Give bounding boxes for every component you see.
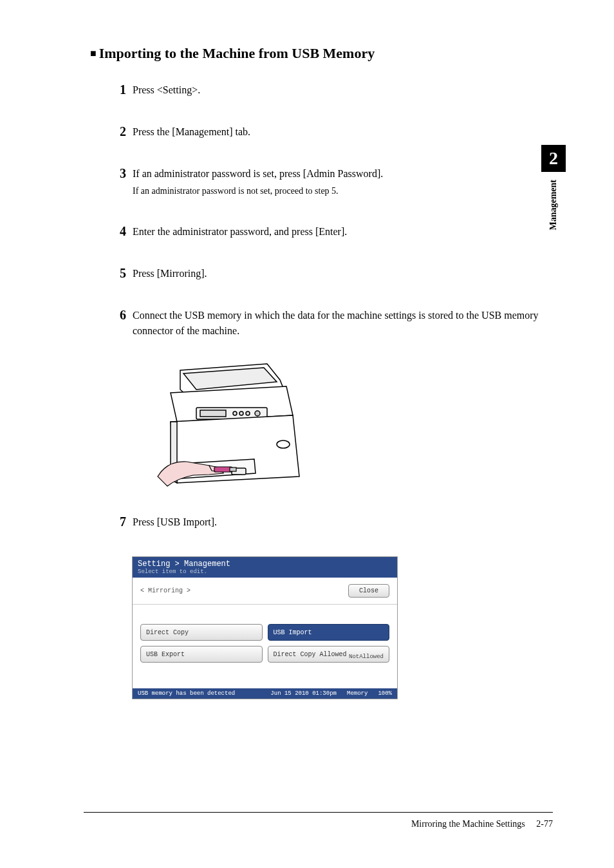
device-screen-mirroring: Setting > Management Select item to edit… <box>132 556 398 699</box>
step-number: 6 <box>108 308 126 340</box>
panel-body: Direct Copy USB Import USB Export Direct… <box>133 605 397 688</box>
step-text: Press [Mirroring]. <box>133 266 553 282</box>
panel-header: Setting > Management Select item to edit… <box>133 557 397 578</box>
svg-point-3 <box>239 411 243 415</box>
step-number: 4 <box>108 224 126 240</box>
section-label: < Mirroring > <box>140 587 191 594</box>
svg-point-2 <box>233 411 237 415</box>
direct-copy-allowed-label: Direct Copy Allowed <box>274 651 347 658</box>
step-5: 5 Press [Mirroring]. <box>108 266 553 282</box>
footer-title: Mirroring the Machine Settings <box>411 819 525 829</box>
direct-copy-button[interactable]: Direct Copy <box>140 624 263 641</box>
step-number: 5 <box>108 266 126 282</box>
svg-point-7 <box>277 440 290 448</box>
svg-point-4 <box>246 411 250 415</box>
step-main-text: If an administrator password is set, pre… <box>133 168 383 179</box>
step-7: 7 Press [USB Import]. <box>108 514 553 531</box>
step-text: If an administrator password is set, pre… <box>133 166 553 198</box>
step-text: Press [USB Import]. <box>133 514 553 531</box>
panel-top-bar: < Mirroring > Close <box>133 578 397 605</box>
status-memory-label: Memory <box>347 690 367 697</box>
footer-rule <box>84 812 553 813</box>
svg-rect-1 <box>200 410 226 417</box>
status-datetime: Jun 15 2010 01:30pm <box>270 690 337 697</box>
svg-point-5 <box>255 411 260 416</box>
footer-page-number: 2-77 <box>536 819 553 829</box>
usb-import-button[interactable]: USB Import <box>268 624 390 641</box>
status-message: USB memory has been detected <box>138 690 235 697</box>
step-3: 3 If an administrator password is set, p… <box>108 166 553 198</box>
step-text: Press the [Management] tab. <box>133 124 553 140</box>
step-4: 4 Enter the administrator password, and … <box>108 224 553 240</box>
printer-usb-illustration <box>132 357 553 495</box>
manual-page: 2 Management Importing to the Machine fr… <box>0 0 614 868</box>
chapter-side-tab: 2 Management <box>541 145 566 231</box>
page-footer: Mirroring the Machine Settings 2-77 <box>84 812 553 829</box>
step-text: Press <Setting>. <box>133 82 553 99</box>
chapter-number-badge: 2 <box>541 145 566 172</box>
step-sub-text: If an administrator password is not set,… <box>133 184 553 198</box>
breadcrumb: Setting > Management <box>138 560 392 569</box>
usb-export-button[interactable]: USB Export <box>140 646 263 663</box>
direct-copy-allowed-value: NotAllowed <box>349 654 384 660</box>
close-button[interactable]: Close <box>348 584 389 598</box>
step-number: 1 <box>108 82 126 99</box>
section-title: Importing to the Machine from USB Memory <box>90 45 553 62</box>
footer-text: Mirroring the Machine Settings 2-77 <box>84 819 553 829</box>
step-text: Enter the administrator password, and pr… <box>133 224 553 240</box>
step-text: Connect the USB memory in which the data… <box>133 308 553 340</box>
step-number: 2 <box>108 124 126 140</box>
panel-subtitle: Select item to edit. <box>138 569 392 575</box>
step-2: 2 Press the [Management] tab. <box>108 124 553 140</box>
step-number: 3 <box>108 166 126 198</box>
step-1: 1 Press <Setting>. <box>108 82 553 99</box>
direct-copy-allowed-button[interactable]: Direct Copy Allowed NotAllowed <box>268 646 390 663</box>
step-6: 6 Connect the USB memory in which the da… <box>108 308 553 340</box>
step-number: 7 <box>108 514 126 531</box>
svg-rect-9 <box>230 467 236 471</box>
status-memory-percent: 100% <box>378 690 392 697</box>
panel-status-bar: USB memory has been detected Jun 15 2010… <box>133 688 397 699</box>
chapter-label: Management <box>548 180 559 231</box>
